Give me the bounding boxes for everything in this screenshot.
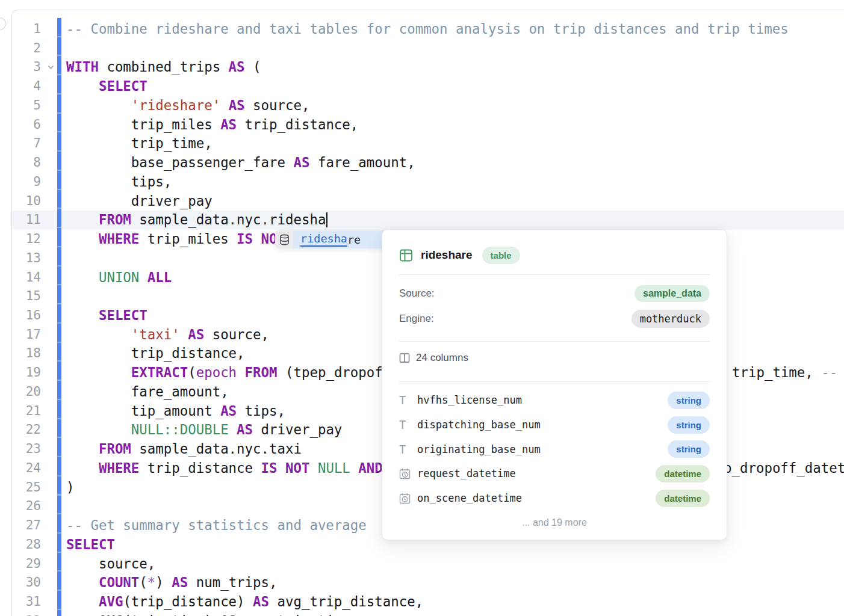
code-text: 'taxi' AS source, [66, 325, 269, 345]
code-text: UNION ALL [66, 268, 172, 288]
line-number: 16 [0, 306, 41, 325]
line-number: 6 [0, 116, 41, 135]
code-text: WHERE trip_distance IS NOT NULL AND [66, 459, 383, 478]
source-value-badge: sample_data [635, 285, 710, 302]
line-number: 1 [0, 20, 41, 39]
columns-summary: 24 columns [399, 342, 710, 374]
table-kind-badge: table [482, 247, 520, 264]
code-line[interactable]: 29 source, [0, 555, 844, 574]
autocomplete-matched-text: ridesha [300, 232, 347, 247]
code-line[interactable]: 3WITH combined_trips AS ( [0, 58, 844, 77]
datetime-type-icon [399, 493, 411, 504]
source-label: Source: [399, 288, 435, 300]
line-number: 3 [0, 58, 41, 77]
more-columns-note: ... and 19 more [399, 517, 710, 528]
table-info-popup: rideshare table Source: sample_data Engi… [382, 229, 727, 540]
line-number: 8 [0, 153, 41, 173]
code-line[interactable]: 7 trip_time, [0, 134, 844, 153]
text-type-icon: T [399, 443, 406, 456]
engine-value-badge: motherduck [631, 310, 710, 328]
datetime-icon [399, 468, 417, 479]
meta-row-engine: Engine: motherduck [399, 306, 710, 331]
line-number: 5 [0, 96, 41, 116]
code-text: EXTRACT(epoch FROM (tpep_dropof [66, 363, 383, 383]
code-line[interactable]: 32 AVG(trip_time) AS avg_trip_time, [0, 612, 844, 616]
code-text: -- Get summary statistics and average [66, 516, 374, 535]
columns-icon [399, 353, 410, 363]
code-line[interactable]: 5 'rideshare' AS source, [0, 96, 844, 116]
text-icon: T [399, 443, 417, 456]
code-text: WHERE trip_miles IS NOT [66, 230, 285, 249]
code-text: -- Combine rideshare and taxi tables for… [66, 20, 789, 39]
autocomplete-suggestion-label[interactable]: rideshare [293, 230, 387, 248]
popup-meta: Source: sample_data Engine: motherduck [399, 275, 710, 334]
line-number: 4 [0, 77, 41, 96]
column-list: Thvfhs_license_numstringTdispatching_bas… [399, 382, 710, 510]
line-number: 7 [0, 134, 41, 153]
column-type-badge: string [668, 392, 710, 409]
column-type-badge: string [668, 440, 710, 458]
code-text: ) [66, 478, 74, 497]
code-text: AVG(trip_time) AS avg_trip_time, [66, 612, 358, 616]
line-number: 19 [0, 363, 41, 383]
code-line[interactable]: 31 AVG(trip_distance) AS avg_trip_distan… [0, 593, 844, 612]
code-line[interactable]: 8 base_passenger_fare AS fare_amount, [0, 153, 844, 173]
line-number: 22 [0, 420, 41, 440]
code-text: tips, [66, 173, 172, 192]
code-text: trip_time, [66, 134, 213, 153]
line-number: 25 [0, 478, 41, 497]
column-name: on_scene_datetime [417, 492, 656, 504]
code-text-after-popup: p_dropoff_datet [724, 459, 844, 478]
code-text: COUNT(*) AS num_trips, [66, 573, 278, 593]
code-text: trip_miles AS trip_distance, [66, 116, 358, 135]
code-line[interactable]: 30 COUNT(*) AS num_trips, [0, 573, 844, 593]
autocomplete-rest-text: re [347, 233, 361, 246]
column-type-badge: datetime [656, 465, 710, 482]
line-number: 29 [0, 555, 41, 574]
code-text: NULL::DOUBLE AS driver_pay [66, 420, 342, 440]
datetime-icon [399, 493, 417, 504]
line-number: 12 [0, 230, 41, 249]
engine-label: Engine: [399, 313, 434, 325]
line-number: 11 [0, 211, 41, 230]
text-type-icon: T [399, 393, 406, 407]
table-icon [399, 248, 413, 262]
code-text: fare_amount, [66, 383, 229, 402]
code-text: AVG(trip_distance) AS avg_trip_distance, [66, 593, 423, 612]
column-type-badge: string [668, 416, 710, 434]
code-text-after-popup: trip_time, -- [732, 363, 837, 383]
line-number: 24 [0, 459, 41, 478]
changed-lines-bar [57, 18, 61, 616]
code-text: SELECT [66, 306, 147, 325]
line-number: 27 [0, 516, 41, 535]
code-line[interactable]: 2 [0, 39, 844, 58]
line-number: 18 [0, 344, 41, 363]
code-line[interactable]: 4 SELECT [0, 77, 844, 96]
column-name: request_datetime [417, 467, 656, 479]
column-row: Tdispatching_base_numstring [399, 413, 710, 437]
code-text: base_passenger_fare AS fare_amount, [66, 153, 415, 173]
code-text: trip_distance, [66, 344, 245, 363]
column-name: hvfhs_license_num [417, 394, 668, 406]
autocomplete-suggestion[interactable]: rideshare [275, 230, 387, 248]
column-name: dispatching_base_num [417, 419, 668, 431]
fold-chevron-icon[interactable] [46, 63, 56, 72]
line-number: 20 [0, 383, 41, 402]
text-icon: T [399, 393, 417, 407]
line-number: 31 [0, 593, 41, 612]
code-line[interactable]: 9 tips, [0, 173, 844, 192]
code-line[interactable]: 11 FROM sample_data.nyc.ridesha [0, 211, 844, 230]
line-number: 2 [0, 39, 41, 58]
code-line[interactable]: 10 driver_pay [0, 192, 844, 211]
line-number: 17 [0, 325, 41, 345]
code-line[interactable]: 1-- Combine rideshare and taxi tables fo… [0, 20, 844, 39]
line-number: 10 [0, 192, 41, 211]
column-type-badge: datetime [656, 490, 710, 507]
line-number: 26 [0, 497, 41, 516]
line-number: 21 [0, 402, 41, 421]
database-icon [275, 230, 293, 248]
code-text: SELECT [66, 77, 147, 96]
line-number: 28 [0, 535, 41, 555]
code-line[interactable]: 6 trip_miles AS trip_distance, [0, 116, 844, 135]
meta-row-source: Source: sample_data [399, 281, 710, 306]
